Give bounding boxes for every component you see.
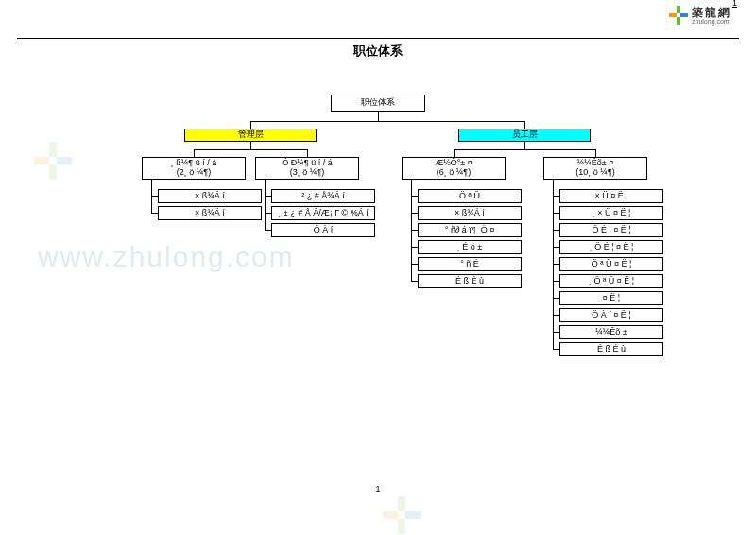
sub-line2: (6¸ ö ¼¶) bbox=[404, 168, 503, 178]
svg-rect-2 bbox=[669, 13, 677, 17]
leaf-node: É ß É ù bbox=[559, 342, 663, 356]
sub-line2: (3¸ ö ¼¶) bbox=[258, 168, 356, 178]
page-number-bottom: 1 bbox=[0, 484, 756, 493]
logo-icon bbox=[669, 6, 688, 25]
leaf-node: Ö ª Ü bbox=[418, 189, 522, 203]
leaf-node: É ß É ù bbox=[418, 274, 522, 288]
svg-rect-0 bbox=[677, 6, 680, 13]
sub-node: ¸ ß¼¶ ü í / á (2¸ ö ¼¶) bbox=[142, 157, 246, 180]
node-root: 职位体系 bbox=[331, 95, 425, 112]
svg-rect-3 bbox=[680, 13, 688, 17]
sub-node: Ö Ð¼¶ ü í / á (3¸ ö ¼¶) bbox=[255, 157, 359, 180]
leaf-node: ¸ É ó ± bbox=[418, 240, 522, 254]
svg-rect-9 bbox=[398, 519, 405, 534]
sub-node: Æ½Ö°± ¤ (6¸ ö ¼¶) bbox=[402, 157, 506, 180]
leaf-node: ¸ ± ¿ # Å À/Æ¡ Γ © %Á í bbox=[271, 206, 375, 220]
leaf-node: Ö À í ¤ Ë ¦ bbox=[559, 308, 663, 322]
leaf-node: ¼¼Êõ ± bbox=[559, 325, 663, 339]
group-staff: 员工层 bbox=[458, 129, 591, 142]
leaf-node: Ö À í bbox=[271, 223, 375, 237]
leaf-node: × Ü ¤ Ë ¦ bbox=[559, 189, 663, 203]
leaf-node: × ß¾Á í bbox=[418, 206, 522, 220]
sub-line2: (2¸ ö ¼¶) bbox=[145, 168, 243, 178]
org-chart: 职位体系 管理层 员工层 ¸ ß¼¶ ü í / á (2¸ ö ¼¶) Ö Ð… bbox=[0, 95, 756, 492]
leaf-node: Ö ª Ü ¤ Ë ¦ bbox=[559, 257, 663, 271]
logo-text-en: zhulong.com bbox=[692, 18, 731, 25]
svg-rect-10 bbox=[383, 511, 398, 519]
leaf-node: ° ñ∂ á ï¶ ­ Ò ¤ bbox=[418, 223, 522, 237]
leaf-node: ¤ Ë ¦ bbox=[559, 291, 663, 305]
svg-rect-1 bbox=[677, 17, 680, 25]
leaf-node: ¸ Ö ª Ü ¤ Ë ¦ bbox=[559, 274, 663, 288]
leaf-node: × ß¾Á í bbox=[158, 206, 262, 220]
leaf-node: ² ¿ # Å¾Á í bbox=[271, 189, 375, 203]
page-title: 职位体系 bbox=[0, 43, 756, 60]
group-management: 管理层 bbox=[184, 129, 317, 142]
page-number-top: 1 bbox=[732, 0, 737, 8]
svg-rect-8 bbox=[398, 496, 405, 511]
leaf-node: ¸ Ö É ¦ ¤ Ë ¦ bbox=[559, 240, 663, 254]
leaf-node: ¸ × Ü ¤ Ë ¦ bbox=[559, 206, 663, 220]
leaf-node: ° ñ É bbox=[418, 257, 522, 271]
leaf-node: × ß¾Á í bbox=[158, 189, 262, 203]
sub-node: ¼¼Êõ± ¤ (10¸ ö ¼¶) bbox=[543, 157, 647, 180]
svg-rect-11 bbox=[405, 511, 421, 519]
sub-line2: (10¸ ö ¼¶) bbox=[546, 168, 644, 178]
watermark-logo-icon bbox=[383, 496, 421, 534]
site-logo: 築龍網 zhulong.com bbox=[669, 6, 731, 25]
logo-text-cn: 築龍網 bbox=[692, 7, 731, 18]
leaf-node: Ö É ¦ ¤ Ë ¦ bbox=[559, 223, 663, 237]
